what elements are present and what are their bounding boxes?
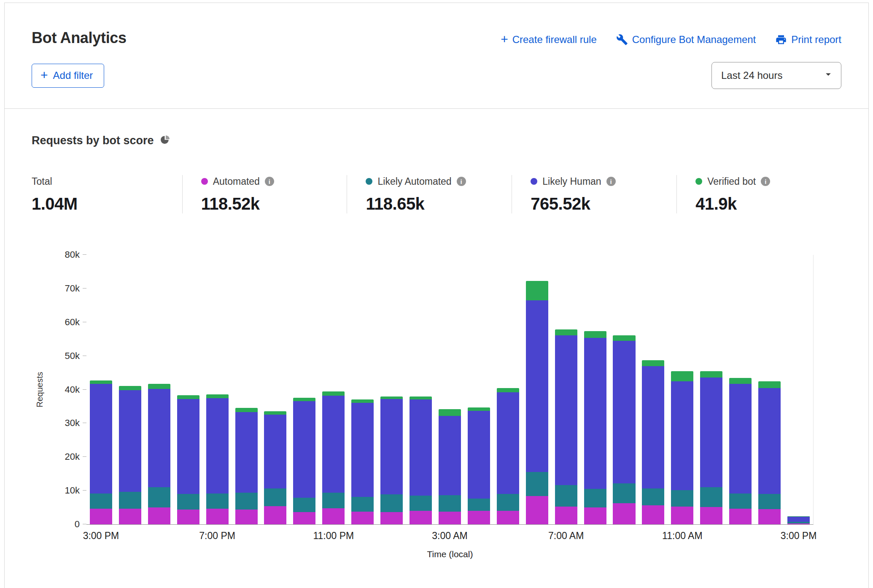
- requests-by-bot-score-chart: Requests 010k20k30k40k50k60k70k80k3:00 P…: [32, 255, 841, 576]
- bar-segment-verified-bot: [264, 411, 286, 414]
- bar-segment-verified-bot: [148, 384, 170, 389]
- bar-4-00-pm-1[interactable]: [116, 255, 145, 524]
- configure-bot-management-link[interactable]: Configure Bot Management: [616, 33, 756, 46]
- bar-11-00-am-20[interactable]: [668, 255, 697, 524]
- y-axis-tick-mark: [83, 389, 86, 390]
- bar-7-00-am-16[interactable]: [552, 255, 581, 524]
- stacked-bar: [264, 255, 286, 524]
- bar-segment-likely-human: [322, 396, 345, 493]
- bar-segment-automated: [468, 511, 490, 524]
- bar-segment-automated: [90, 509, 112, 524]
- x-axis-title: Time (local): [86, 549, 814, 559]
- info-icon[interactable]: i: [761, 177, 770, 186]
- bar-10-00-am-19[interactable]: [639, 255, 668, 524]
- bar-5-00-am-14[interactable]: [493, 255, 523, 524]
- bar-segment-likely-human: [613, 341, 635, 484]
- bar-segment-likely-human: [351, 403, 374, 497]
- bar-segment-verified-bot: [410, 396, 432, 399]
- bar-segment-automated: [235, 510, 258, 524]
- bar-5-00-pm-2[interactable]: [145, 255, 174, 524]
- bar-segment-likely-automated: [758, 494, 781, 509]
- bar-segment-likely-automated: [119, 492, 141, 509]
- bar-segment-automated: [380, 512, 403, 524]
- time-range-dropdown[interactable]: Last 24 hours: [711, 62, 841, 89]
- bar-9-00-am-18[interactable]: [610, 255, 639, 524]
- bot-analytics-card: Bot Analytics + Create firewall rule Con…: [4, 3, 869, 588]
- bar-segment-verified-bot: [497, 388, 519, 392]
- wrench-icon: [616, 34, 628, 46]
- stat-total-label: Total: [32, 176, 52, 187]
- stacked-bar: [119, 255, 141, 524]
- bar-segment-automated: [293, 512, 315, 524]
- bar-segment-likely-human: [758, 388, 781, 494]
- stat-total: Total 1.04M: [32, 175, 182, 213]
- stacked-bar: [410, 255, 432, 524]
- printer-icon: [775, 34, 787, 46]
- bar-segment-likely-automated: [439, 495, 461, 512]
- bar-11-00-pm-8[interactable]: [319, 255, 348, 524]
- bar-4-00-am-13[interactable]: [464, 255, 493, 524]
- bar-segment-likely-human: [235, 412, 258, 493]
- bar-6-00-pm-3[interactable]: [174, 255, 203, 524]
- bar-7-00-pm-4[interactable]: [203, 255, 232, 524]
- bar-segment-likely-human: [584, 338, 606, 489]
- bar-3-00-pm-0[interactable]: [86, 255, 116, 524]
- bar-9-00-pm-6[interactable]: [261, 255, 290, 524]
- stacked-bar: [90, 255, 112, 524]
- bar-12-00-pm-21[interactable]: [697, 255, 726, 524]
- create-firewall-rule-link[interactable]: + Create firewall rule: [501, 33, 597, 46]
- y-axis-tick-mark: [83, 254, 86, 255]
- stat-verified-bot-value: 41.9k: [695, 194, 829, 213]
- bar-segment-verified-bot: [555, 329, 577, 335]
- bar-segment-likely-human: [148, 389, 170, 487]
- likely-human-legend-dot: [531, 178, 537, 185]
- stacked-bar: [526, 255, 548, 524]
- bar-1-00-am-10[interactable]: [377, 255, 406, 524]
- bar-segment-likely-human: [380, 399, 403, 494]
- bar-8-00-pm-5[interactable]: [232, 255, 261, 524]
- bar-10-00-pm-7[interactable]: [290, 255, 319, 524]
- bar-segment-automated: [322, 508, 345, 524]
- bar-segment-likely-automated: [264, 488, 286, 506]
- info-icon[interactable]: i: [606, 177, 616, 186]
- bar-2-00-pm-23[interactable]: [755, 255, 784, 524]
- bar-segment-likely-human: [264, 415, 286, 489]
- y-axis-tick-label: 70k: [65, 283, 80, 294]
- bar-segment-likely-automated: [729, 494, 752, 509]
- x-axis-tick-label: 7:00 PM: [199, 530, 235, 542]
- section-title-row: Requests by bot score: [32, 134, 841, 147]
- y-axis-title: Requests: [34, 255, 45, 525]
- bar-segment-likely-automated: [293, 498, 315, 512]
- bar-3-00-am-12[interactable]: [435, 255, 464, 524]
- bar-3-00-pm-24[interactable]: [784, 255, 813, 524]
- info-icon[interactable]: i: [265, 177, 274, 186]
- bar-segment-likely-human: [787, 517, 810, 522]
- bar-segment-verified-bot: [351, 399, 374, 402]
- bar-segment-likely-automated: [90, 494, 112, 509]
- add-filter-button[interactable]: + Add filter: [32, 64, 104, 88]
- bar-12-00-am-9[interactable]: [348, 255, 377, 524]
- bar-segment-automated: [526, 496, 548, 524]
- y-axis-tick-label: 60k: [65, 317, 80, 328]
- bar-segment-verified-bot: [526, 281, 548, 300]
- header-actions: + Create firewall rule Configure Bot Man…: [501, 29, 841, 46]
- bar-6-00-am-15[interactable]: [523, 255, 552, 524]
- stacked-bar: [380, 255, 403, 524]
- print-report-link[interactable]: Print report: [775, 33, 841, 46]
- bar-segment-likely-automated: [613, 483, 635, 503]
- bar-segment-likely-human: [497, 392, 519, 494]
- plus-icon: +: [501, 33, 508, 46]
- bar-segment-likely-human: [439, 416, 461, 496]
- bar-8-00-am-17[interactable]: [581, 255, 610, 524]
- bar-segment-likely-human: [526, 300, 548, 472]
- bar-segment-likely-automated: [642, 488, 664, 506]
- bar-1-00-pm-22[interactable]: [726, 255, 755, 524]
- bar-segment-automated: [148, 507, 170, 524]
- bar-segment-likely-human: [700, 378, 722, 487]
- stacked-bar: [235, 255, 258, 524]
- stat-likely-automated: Likely Automated i 118.65k: [347, 175, 512, 213]
- plot-area: 010k20k30k40k50k60k70k80k3:00 PM7:00 PM1…: [86, 255, 814, 525]
- bar-2-00-am-11[interactable]: [406, 255, 435, 524]
- info-icon[interactable]: i: [457, 177, 466, 186]
- y-axis-tick-mark: [83, 356, 86, 356]
